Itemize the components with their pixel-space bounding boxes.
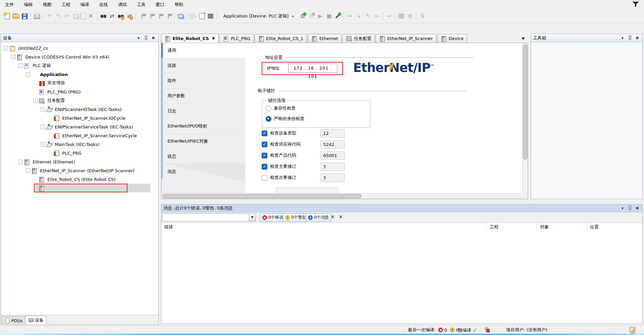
- reset-button[interactable]: →: [385, 12, 392, 20]
- close-icon[interactable]: ✖: [634, 206, 640, 211]
- editor-tab-EtherNet/IPIEC对象[interactable]: EtherNet/IPIEC对象: [161, 134, 245, 149]
- tree-row[interactable]: EtherNet_IP_Scanner.IOCycle: [1, 114, 158, 122]
- pin-icon[interactable]: [143, 35, 149, 41]
- tree-expander[interactable]: -: [18, 160, 23, 164]
- pin-icon[interactable]: [627, 35, 633, 41]
- tree-expander[interactable]: -: [26, 72, 30, 77]
- menu-item-9[interactable]: 帮助: [169, 1, 188, 9]
- tree-row[interactable]: -EtherNet_IP_Scanner (EtherNet/IP Scanne…: [1, 166, 158, 175]
- device-grid-button[interactable]: [207, 12, 214, 20]
- editor-vscrollbar[interactable]: [522, 43, 528, 193]
- tab-overflow-icon[interactable]: ▼: [522, 36, 525, 41]
- column-header-对象[interactable]: 对象: [540, 224, 549, 230]
- check-value-field[interactable]: 12: [320, 129, 345, 138]
- checkbox-unchecked[interactable]: [262, 175, 267, 181]
- stop-button[interactable]: ■: [325, 12, 333, 20]
- column-header-位置[interactable]: 位置: [590, 224, 599, 230]
- new-object-button[interactable]: ↗: [198, 12, 205, 20]
- find-objects-button[interactable]: [117, 12, 124, 20]
- tree-expander[interactable]: -: [41, 107, 45, 112]
- save-button[interactable]: [21, 12, 28, 20]
- checkbox-checked[interactable]: [262, 142, 267, 147]
- editor-tab-日志[interactable]: 日志: [161, 104, 245, 119]
- checkbox-checked[interactable]: [262, 164, 267, 170]
- step-over-button[interactable]: ↦: [346, 12, 354, 20]
- navigator-tab-设备[interactable]: 设备: [25, 315, 46, 325]
- app-selector-combo[interactable]: Application [Device: PLC 逻辑]▾: [221, 12, 296, 20]
- tree-row[interactable]: -任务配置: [1, 96, 158, 105]
- delete-button[interactable]: ✖: [87, 12, 94, 20]
- chevron-down-icon[interactable]: ▾: [136, 35, 142, 41]
- tree-expander[interactable]: -: [26, 169, 30, 173]
- tree-expander[interactable]: -: [33, 99, 38, 103]
- check-value-field[interactable]: 3: [320, 162, 345, 171]
- properties-button[interactable]: [177, 12, 184, 20]
- menu-item-5[interactable]: 在线: [94, 1, 113, 9]
- message-category-combo[interactable]: ▼: [162, 213, 256, 221]
- redo-button[interactable]: ↷: [54, 12, 62, 20]
- editor-tab-EtherNet/IPI/O映射[interactable]: EtherNet/IPI/O映射: [161, 119, 245, 134]
- replace-button[interactable]: ⇄: [108, 12, 116, 20]
- clear-all-messages-icon[interactable]: ✕: [339, 214, 343, 220]
- logout-button[interactable]: ⚙: [308, 12, 315, 20]
- open-project-button[interactable]: [12, 12, 20, 20]
- column-header-描述[interactable]: 描述: [164, 224, 173, 230]
- run-to-cursor-button[interactable]: ⇒: [373, 12, 380, 20]
- new-project-button[interactable]: [3, 12, 11, 20]
- close-icon[interactable]: ✖: [634, 35, 640, 41]
- menu-item-8[interactable]: 窗口: [151, 1, 169, 9]
- replace-objects-button[interactable]: ⇄: [126, 12, 133, 20]
- tree-row[interactable]: Elite_Robot_CS_1 (Elite Robot CS): [1, 184, 158, 192]
- editor-hscrollbar[interactable]: [161, 193, 522, 199]
- flow-control-button[interactable]: ⇅: [419, 12, 426, 20]
- tree-row[interactable]: PLC_PRG (PRG): [1, 87, 158, 96]
- tree-row[interactable]: -ENIPScannerServiceTask (IEC-Tasks): [1, 122, 158, 131]
- monitor-list-button[interactable]: ≣: [406, 12, 414, 20]
- tree-row[interactable]: EtherNet_IP_Scanner.ServiceCycle: [1, 131, 158, 140]
- column-header-工程[interactable]: 工程: [490, 224, 498, 230]
- login-button[interactable]: ⚙: [299, 12, 306, 20]
- start-button[interactable]: ▶: [316, 12, 324, 20]
- bookmarks-clear-button[interactable]: [164, 12, 172, 20]
- print-button[interactable]: [33, 12, 41, 20]
- security-shield-icon[interactable]: [630, 327, 635, 333]
- editor-tab-信息[interactable]: 信息: [161, 164, 245, 179]
- close-tab-icon[interactable]: ✖: [212, 36, 215, 41]
- editor-tab-用户参数[interactable]: 用户参数: [161, 88, 245, 104]
- copy-button[interactable]: [72, 12, 79, 20]
- tree-row[interactable]: -MainTask (IEC-Tasks): [1, 140, 158, 149]
- chevron-down-icon[interactable]: ▼: [249, 214, 255, 221]
- navigator-tab-POUs[interactable]: POUs: [2, 316, 26, 325]
- menu-item-0[interactable]: 文件: [0, 1, 19, 9]
- doc-tab-Elite_Robot_CS[interactable]: Elite_Robot_CS✖: [161, 34, 219, 43]
- tree-row[interactable]: -Application: [1, 70, 158, 79]
- step-out-button[interactable]: ↰: [364, 12, 371, 20]
- menu-item-2[interactable]: 视图: [38, 1, 56, 9]
- tree-row[interactable]: 库管理器: [1, 79, 158, 87]
- clear-messages-icon[interactable]: ✕: [331, 214, 335, 220]
- funnel-icon[interactable]: [632, 2, 639, 8]
- tree-row[interactable]: PLC_PRG: [1, 149, 158, 157]
- editor-tab-连接[interactable]: 连接: [161, 58, 245, 73]
- table-dropdown-button[interactable]: ▾: [189, 12, 197, 20]
- doc-tab-Device[interactable]: Device: [437, 34, 467, 43]
- build-button[interactable]: [334, 12, 341, 20]
- filter-button-warn[interactable]: !0个警告: [283, 213, 308, 222]
- cut-button[interactable]: ✂: [63, 12, 71, 20]
- tree-expander[interactable]: -: [41, 125, 45, 129]
- menu-item-1[interactable]: 编辑: [19, 1, 38, 9]
- menu-item-6[interactable]: 调试: [113, 1, 132, 9]
- tree-row[interactable]: -PLC 逻辑: [1, 61, 158, 70]
- editor-tab-状态[interactable]: 状态: [161, 149, 245, 164]
- filter-button-info[interactable]: i0个消息: [306, 213, 331, 222]
- tree-expander[interactable]: -: [11, 55, 15, 59]
- monitor-grid-button[interactable]: [397, 12, 405, 20]
- tree-row[interactable]: -Ethernet (Ethernet): [1, 157, 158, 166]
- check-value-field[interactable]: 3: [320, 174, 345, 182]
- pin-icon[interactable]: [627, 206, 633, 211]
- filter-button-err[interactable]: ✖0个错误: [260, 213, 286, 222]
- radio-unchecked[interactable]: [266, 106, 271, 111]
- menu-item-7[interactable]: 工具: [132, 1, 151, 9]
- doc-tab-任务配置[interactable]: 任务配置: [342, 34, 375, 43]
- menu-item-4[interactable]: 编译: [75, 1, 94, 9]
